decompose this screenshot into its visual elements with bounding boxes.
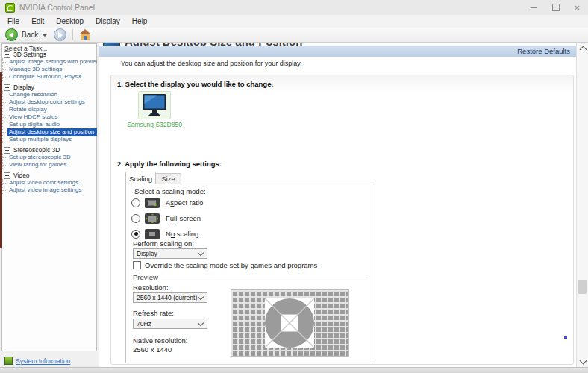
sidebar-item-configure-surround-physx[interactable]: Configure Surround, PhysX bbox=[3, 73, 97, 81]
radio-circle[interactable] bbox=[131, 230, 140, 239]
back-label[interactable]: Back bbox=[22, 31, 38, 39]
sidebar-item-label: Set up stereoscopic 3D bbox=[7, 154, 97, 161]
restore-defaults-button[interactable]: Restore Defaults bbox=[517, 47, 576, 55]
sidebar-item-rotate-display[interactable]: Rotate display bbox=[3, 106, 97, 113]
task-tree: 3D SettingsAdjust image settings with pr… bbox=[2, 51, 97, 194]
resolution-value: 2560 x 1440 (current) bbox=[134, 294, 198, 301]
override-label: Override the scaling mode set by games a… bbox=[145, 261, 317, 269]
preview-divider bbox=[158, 278, 366, 278]
preview-test-pattern bbox=[231, 290, 348, 356]
sidebar-item-change-resolution[interactable]: Change resolution bbox=[3, 91, 97, 98]
sidebar-item-adjust-desktop-size-and-position[interactable]: Adjust desktop size and position bbox=[3, 128, 97, 136]
scroll-down-button[interactable] bbox=[577, 355, 588, 367]
full-screen-icon bbox=[145, 213, 160, 224]
tree-group-label: Stereoscopic 3D bbox=[13, 146, 60, 154]
mode-label: No scaling bbox=[166, 230, 198, 238]
tab-size[interactable]: Size bbox=[156, 173, 181, 184]
sidebar-item-label: Rotate display bbox=[7, 106, 97, 113]
sidebar-item-label: Set up digital audio bbox=[7, 121, 97, 128]
system-information-row[interactable]: System Information bbox=[4, 357, 70, 365]
sidebar-item-adjust-image-settings-with-preview[interactable]: Adjust image settings with preview bbox=[3, 58, 97, 66]
chevron-down-icon bbox=[198, 294, 204, 300]
radio-no-scaling[interactable]: No scaling bbox=[131, 228, 198, 239]
resolution-dropdown[interactable]: 2560 x 1440 (current) bbox=[133, 292, 207, 303]
menu-display[interactable]: Display bbox=[90, 15, 126, 28]
nvidia-logo-icon bbox=[5, 3, 15, 13]
chevron-down-icon bbox=[198, 250, 204, 256]
scroll-up-button[interactable] bbox=[577, 43, 588, 54]
monitor-icon bbox=[142, 93, 167, 117]
step1-heading: 1. Select the display you would like to … bbox=[117, 80, 273, 88]
override-checkbox[interactable] bbox=[133, 261, 141, 269]
radio-aspect-ratio[interactable]: Aspect ratio bbox=[131, 197, 203, 208]
scrollbar-thumb[interactable] bbox=[578, 280, 587, 294]
collapse-icon[interactable] bbox=[4, 84, 10, 91]
sidebar-item-manage-3d-settings[interactable]: Manage 3D settings bbox=[3, 66, 97, 73]
sidebar-item-view-hdcp-status[interactable]: View HDCP status bbox=[3, 113, 97, 121]
tree-group-label: Display bbox=[13, 84, 34, 91]
tree-group-3d-settings[interactable]: 3D Settings bbox=[2, 51, 97, 58]
header-band: Restore Defaults bbox=[99, 46, 576, 57]
refresh-rate-label: Refresh rate: bbox=[133, 309, 174, 317]
vertical-scrollbar[interactable] bbox=[576, 43, 588, 367]
refresh-rate-dropdown[interactable]: 70Hz bbox=[133, 319, 207, 329]
menu-file[interactable]: File bbox=[1, 15, 25, 28]
sidebar-item-adjust-video-color-settings[interactable]: Adjust video color settings bbox=[3, 179, 97, 186]
sidebar-item-label: Adjust desktop color settings bbox=[7, 98, 97, 106]
collapse-icon[interactable] bbox=[4, 172, 10, 179]
tab-scaling[interactable]: Scaling bbox=[125, 172, 156, 184]
native-resolution-label: Native resolution: bbox=[133, 336, 187, 345]
display-selection-highlight[interactable] bbox=[138, 91, 171, 119]
menu-help[interactable]: Help bbox=[126, 15, 154, 28]
sidebar-item-label: Adjust video image settings bbox=[7, 186, 97, 194]
minimize-icon bbox=[531, 7, 537, 8]
window-bottom-edge bbox=[0, 367, 588, 373]
sidebar-item-set-up-multiple-displays[interactable]: Set up multiple displays bbox=[3, 136, 97, 143]
sidebar-item-label: View rating for games bbox=[7, 161, 97, 169]
tree-group-stereoscopic-3d[interactable]: Stereoscopic 3D bbox=[2, 146, 97, 154]
home-icon[interactable] bbox=[79, 29, 91, 40]
menu-bar: FileEditDesktopDisplayHelp bbox=[0, 15, 588, 28]
sidebar-item-adjust-desktop-color-settings[interactable]: Adjust desktop color settings bbox=[3, 98, 97, 106]
test-pattern-center-icon bbox=[265, 298, 314, 348]
radio-circle[interactable] bbox=[131, 214, 140, 223]
minimize-button[interactable] bbox=[523, 0, 545, 15]
close-button[interactable]: ✕ bbox=[566, 0, 588, 15]
system-information-icon bbox=[4, 357, 13, 365]
collapse-icon[interactable] bbox=[4, 51, 10, 58]
aspect-ratio-icon bbox=[145, 198, 160, 208]
perform-scaling-dropdown[interactable]: Display bbox=[133, 248, 207, 259]
chevron-down-icon bbox=[198, 320, 204, 326]
menu-desktop[interactable]: Desktop bbox=[50, 15, 90, 28]
radio-circle[interactable] bbox=[131, 198, 140, 207]
menu-edit[interactable]: Edit bbox=[25, 15, 50, 28]
sidebar-item-view-rating-for-games[interactable]: View rating for games bbox=[3, 161, 97, 169]
preview-label: Preview bbox=[133, 273, 158, 281]
sidebar-item-label: Configure Surround, PhysX bbox=[7, 73, 97, 81]
radio-full-screen[interactable]: Full-screen bbox=[131, 213, 201, 224]
back-button[interactable] bbox=[5, 28, 18, 41]
maximize-icon bbox=[552, 4, 560, 11]
display-selector[interactable]: Samsung S32D850 bbox=[131, 91, 178, 128]
native-resolution-value: 2560 x 1440 bbox=[133, 345, 172, 354]
toolbar: Back bbox=[0, 28, 588, 43]
sidebar-item-set-up-digital-audio[interactable]: Set up digital audio bbox=[3, 121, 97, 128]
forward-arrow-icon bbox=[58, 32, 63, 38]
back-dropdown-caret-icon[interactable] bbox=[42, 34, 48, 37]
system-information-link[interactable]: System Information bbox=[16, 357, 70, 365]
override-checkbox-row[interactable]: Override the scaling mode set by games a… bbox=[133, 261, 317, 269]
sidebar-item-set-up-stereoscopic-3d[interactable]: Set up stereoscopic 3D bbox=[3, 154, 97, 161]
tree-group-video[interactable]: Video bbox=[2, 172, 97, 179]
sidebar-item-adjust-video-image-settings[interactable]: Adjust video image settings bbox=[3, 186, 97, 194]
back-arrow-icon bbox=[9, 32, 13, 38]
chevron-up-icon bbox=[579, 46, 587, 54]
no-scaling-icon bbox=[145, 229, 160, 239]
collapse-icon[interactable] bbox=[4, 147, 10, 154]
sidebar-item-label: Adjust desktop size and position bbox=[7, 128, 97, 136]
tree-group-label: Video bbox=[13, 172, 30, 179]
tree-group-display[interactable]: Display bbox=[2, 84, 97, 91]
forward-button[interactable] bbox=[54, 28, 66, 41]
maximize-button[interactable] bbox=[545, 0, 566, 15]
sidebar-item-label: Adjust image settings with preview bbox=[7, 58, 97, 66]
tree-group-label: 3D Settings bbox=[13, 51, 46, 58]
